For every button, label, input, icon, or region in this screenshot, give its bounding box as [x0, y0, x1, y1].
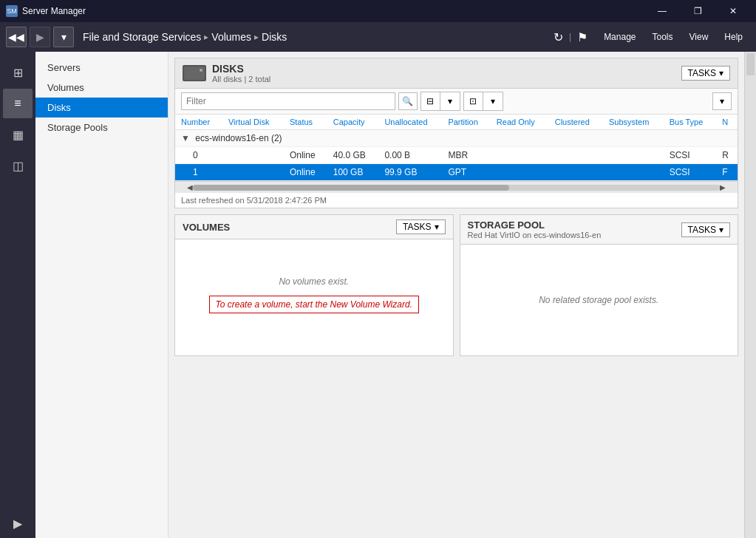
disk-0-virtual-disk [222, 147, 284, 164]
disk-1-number: 1 [175, 164, 222, 181]
col-partition[interactable]: Partition [442, 115, 490, 130]
bottom-panels: VOLUMES TASKS ▾ No volumes exist. To cre… [174, 214, 738, 356]
col-more[interactable]: N [716, 115, 738, 130]
disk-1-extra: F [716, 164, 738, 181]
disk-row-1[interactable]: 1 Online 100 GB 99.9 GB GPT SCSI F [175, 164, 738, 181]
sidebar-dashboard-icon[interactable]: ⊞ [3, 58, 33, 87]
disk-0-read-only [491, 147, 549, 164]
minimize-button[interactable]: — [645, 0, 679, 22]
maximize-button[interactable]: ❐ [681, 0, 715, 22]
tasks-dropdown-icon: ▾ [719, 68, 723, 78]
disk-1-bus-type: SCSI [664, 164, 717, 181]
storage-pool-tasks-button[interactable]: TASKS ▾ [681, 222, 730, 237]
col-bus-type[interactable]: Bus Type [664, 115, 717, 130]
scroll-thumb[interactable] [193, 185, 509, 191]
storage-pool-content: No related storage pool exists. [460, 245, 738, 355]
menu-tools[interactable]: Tools [645, 29, 681, 45]
last-refreshed: Last refreshed on 5/31/2018 2:47:26 PM [175, 193, 738, 208]
disk-1-capacity: 100 GB [327, 164, 379, 181]
filter-search-button[interactable]: 🔍 [398, 92, 418, 110]
disk-0-clustered [549, 147, 603, 164]
scroll-left-button[interactable]: ◀ [187, 183, 193, 191]
separator-icon: | [569, 32, 571, 42]
menubar: ◀◀ ▶ ▾ File and Storage Services ▸ Volum… [0, 22, 756, 52]
sidebar-expand-icon[interactable]: ▶ [3, 508, 33, 538]
forward-button[interactable]: ▶ [30, 27, 50, 47]
col-capacity[interactable]: Capacity [327, 115, 379, 130]
close-button[interactable]: ✕ [716, 0, 750, 22]
menu-help[interactable]: Help [717, 29, 750, 45]
sidebar-item-disks[interactable]: Disks [35, 98, 168, 118]
col-read-only[interactable]: Read Only [491, 115, 549, 130]
disks-panel: DISKS All disks | 2 total TASKS ▾ 🔍 ⊟ ▾ [174, 58, 738, 208]
volumes-tasks-label: TASKS [403, 222, 431, 232]
back-button[interactable]: ◀◀ [6, 27, 27, 47]
storage-pool-header: STORAGE POOL Red Hat VirtIO on ecs-windo… [460, 215, 738, 245]
breadcrumb-part-2: Volumes [211, 31, 251, 43]
titlebar: SM Server Manager — ❐ ✕ [0, 0, 756, 22]
new-volume-wizard-link[interactable]: To create a volume, start the New Volume… [209, 296, 419, 313]
disks-title-text: DISKS All disks | 2 total [212, 63, 270, 84]
scroll-up-button[interactable] [746, 53, 755, 75]
disk-1-partition: GPT [442, 164, 490, 181]
horizontal-scrollbar[interactable]: ◀ ▶ [175, 181, 738, 193]
col-unallocated[interactable]: Unallocated [378, 115, 442, 130]
vertical-scrollbar[interactable] [744, 52, 756, 538]
app-icon: SM [6, 5, 18, 17]
disk-0-capacity: 40.0 GB [327, 147, 379, 164]
storage-pool-title: STORAGE POOL [468, 219, 602, 231]
sidebar-storage-icon[interactable]: ▦ [3, 120, 33, 149]
disk-1-virtual-disk [222, 164, 284, 181]
col-clustered[interactable]: Clustered [549, 115, 603, 130]
disk-0-unallocated: 0.00 B [378, 147, 442, 164]
col-status[interactable]: Status [284, 115, 327, 130]
view-dropdown-button[interactable]: ▾ [440, 92, 460, 110]
export-button[interactable]: ⊡ [464, 92, 483, 110]
sidebar-item-volumes[interactable]: Volumes [35, 78, 168, 98]
col-subsystem[interactable]: Subsystem [603, 115, 664, 130]
disk-1-read-only [491, 164, 549, 181]
disk-1-clustered [549, 164, 603, 181]
breadcrumb-part-1: File and Storage Services [83, 31, 201, 43]
content-area: DISKS All disks | 2 total TASKS ▾ 🔍 ⊟ ▾ [168, 52, 744, 538]
titlebar-title: Server Manager [22, 6, 86, 16]
disks-tasks-button[interactable]: TASKS ▾ [681, 66, 730, 81]
volumes-panel-header: VOLUMES TASKS ▾ [175, 215, 453, 239]
disks-title: DISKS [212, 63, 270, 75]
breadcrumb: File and Storage Services ▸ Volumes ▸ Di… [77, 31, 551, 43]
menu-items: Manage Tools View Help [596, 29, 750, 45]
flag-icon[interactable]: ⚑ [577, 30, 588, 44]
scroll-track[interactable] [193, 185, 720, 191]
export-dropdown-button[interactable]: ▾ [483, 92, 503, 110]
disk-row-0[interactable]: 0 Online 40.0 GB 0.00 B MBR SCSI R [175, 147, 738, 164]
storage-pool-subtitle: Red Hat VirtIO on ecs-windows16-en [468, 231, 602, 239]
group-expand-icon[interactable]: ▼ [181, 133, 190, 143]
menu-view[interactable]: View [682, 29, 716, 45]
filter-input[interactable] [181, 92, 395, 110]
nav-dropdown-button[interactable]: ▾ [53, 27, 74, 47]
menu-manage[interactable]: Manage [596, 29, 643, 45]
volumes-tasks-button[interactable]: TASKS ▾ [396, 219, 445, 234]
volumes-panel-content: No volumes exist. To create a volume, st… [175, 239, 453, 350]
col-virtual-disk[interactable]: Virtual Disk [222, 115, 284, 130]
disk-table-container: Number Virtual Disk Status Capacity Unal… [175, 115, 738, 181]
collapse-button[interactable]: ▾ [712, 92, 732, 110]
volumes-panel-title: VOLUMES [183, 222, 230, 233]
volumes-tasks-icon: ▾ [435, 222, 439, 232]
filter-bar: 🔍 ⊟ ▾ ⊡ ▾ ▾ [175, 89, 738, 115]
sidebar-item-storage-pools[interactable]: Storage Pools [35, 118, 168, 137]
refresh-icon[interactable]: ↻ [554, 30, 563, 44]
breadcrumb-part-3: Disks [262, 31, 287, 43]
disk-0-subsystem [603, 147, 664, 164]
group-label: ecs-windows16-en (2) [195, 133, 282, 143]
sidebar-servers-icon[interactable]: ≡ [3, 89, 33, 118]
col-number[interactable]: Number [175, 115, 222, 130]
disk-table-body: ▼ ecs-windows16-en (2) 0 Online 40.0 GB … [175, 130, 738, 181]
sidebar-tools-icon[interactable]: ◫ [3, 151, 33, 180]
disk-0-number: 0 [175, 147, 222, 164]
disks-title-area: DISKS All disks | 2 total [183, 63, 270, 84]
view-options-group: ⊟ ▾ [420, 92, 460, 111]
sidebar-item-servers[interactable]: Servers [35, 58, 168, 78]
scroll-right-button[interactable]: ▶ [720, 183, 726, 191]
list-view-button[interactable]: ⊟ [421, 92, 440, 110]
